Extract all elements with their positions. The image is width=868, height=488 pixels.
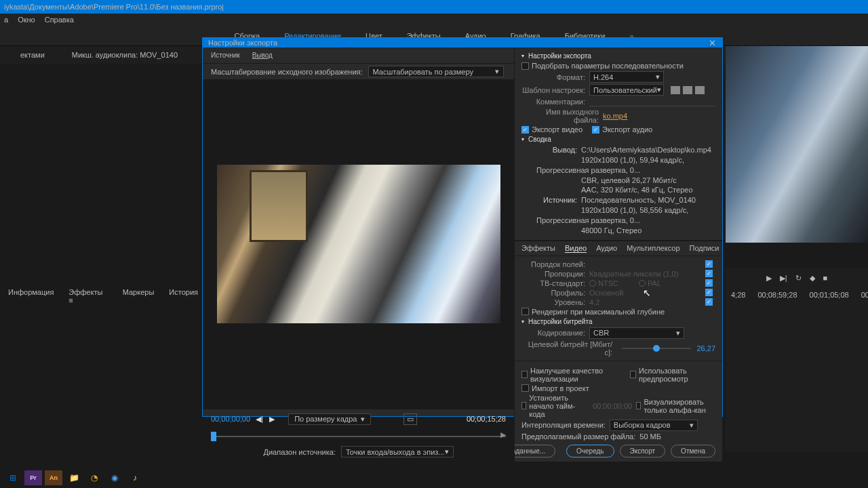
tab-output[interactable]: Вывод xyxy=(252,52,273,59)
field-order-lock[interactable] xyxy=(705,260,713,268)
pal-radio[interactable] xyxy=(639,280,646,287)
profile-lock[interactable] xyxy=(705,289,713,296)
time-interp-label: Интерполяция времени: xyxy=(521,421,606,429)
bitrate-header[interactable]: Настройки битрейта xyxy=(521,318,715,325)
use-preview-checkbox[interactable] xyxy=(630,371,636,378)
tab-markers[interactable]: Маркеры xyxy=(123,288,155,304)
best-quality-checkbox[interactable] xyxy=(521,371,528,378)
scale-dropdown[interactable]: Масштабировать по размеру▾ xyxy=(368,66,504,77)
tab-audio[interactable]: Аудио xyxy=(596,244,617,253)
ntsc-label: NTSC xyxy=(598,279,618,287)
panel-tab-mixer[interactable]: Микш. аудиоклипа: MOV_0140 xyxy=(72,51,178,59)
bitrate-slider[interactable] xyxy=(622,348,691,349)
alpha-only-checkbox[interactable] xyxy=(636,402,641,409)
music-icon[interactable]: ♪ xyxy=(126,470,144,485)
summary-source: Источник:Последовательность, MOV_0140 19… xyxy=(521,195,715,235)
set-timecode-checkbox[interactable] xyxy=(521,402,526,409)
menubar: а Окно Справка xyxy=(0,14,868,26)
play-icon[interactable]: ▶ xyxy=(269,415,277,423)
target-bitrate-label: Целевой битрейт [Мбит/с]: xyxy=(521,340,616,357)
preset-label: Шаблон настроек: xyxy=(521,86,589,94)
timecode-out[interactable]: 00;00;15;28 xyxy=(467,415,506,423)
format-dropdown[interactable]: H.264▾ xyxy=(589,71,664,83)
metadata-button[interactable]: Метаданные... xyxy=(515,445,555,458)
panel-tab[interactable]: ектами xyxy=(20,51,45,59)
range-end-handle[interactable]: ▶ xyxy=(500,430,506,439)
timeline-panel: ▶ ▶| ↻ ◆ ■ 4;2800;08;59;2800;01;05;0800;… xyxy=(726,268,868,451)
delete-preset-icon[interactable] xyxy=(695,86,705,94)
dialog-titlebar[interactable]: Настройки экспорта ✕ xyxy=(203,38,722,47)
import-project-label: Импорт в проект xyxy=(532,384,589,392)
level-value: 4.2 xyxy=(589,298,599,306)
output-filename-link[interactable]: ko.mp4 xyxy=(603,112,627,120)
max-depth-checkbox[interactable] xyxy=(521,308,529,315)
menu-help[interactable]: Справка xyxy=(45,16,74,24)
export-settings-header[interactable]: Настройки экспорта xyxy=(521,52,715,60)
taskbar: ⊞ Pr An 📁 ◔ ◉ ♪ xyxy=(0,468,868,488)
encoding-dropdown[interactable]: CBR▾ xyxy=(589,327,684,339)
best-quality-label: Наилучшее качество визуализации xyxy=(530,367,625,383)
source-range-label: Диапазон источника: xyxy=(263,448,335,456)
mouse-cursor-icon: ↖ xyxy=(643,287,651,298)
summary-header[interactable]: Сводка xyxy=(521,136,715,143)
output-preview xyxy=(203,80,514,409)
save-preset-icon[interactable] xyxy=(671,86,680,94)
aspect-value: Квадратные пиксели (1,0) xyxy=(589,270,678,278)
aspect-correction-icon[interactable]: ▭ xyxy=(403,413,417,425)
export-button[interactable]: Экспорт xyxy=(620,445,666,458)
close-icon[interactable]: ✕ xyxy=(707,38,717,47)
step-fwd-icon[interactable]: ▶| xyxy=(780,274,787,283)
premiere-icon[interactable]: Pr xyxy=(24,470,42,485)
blender-icon[interactable]: ◔ xyxy=(85,470,103,485)
menu-item[interactable]: а xyxy=(4,16,8,24)
playhead[interactable] xyxy=(211,432,216,441)
window-titlebar: iykasta\Документы\Adobe\Premiere Pro\11.… xyxy=(0,0,868,14)
export-video-checkbox[interactable] xyxy=(521,126,529,134)
menu-window[interactable]: Окно xyxy=(18,16,35,24)
lower-panel-tabs: Информация Эффекты ≡ Маркеры История xyxy=(8,288,198,304)
time-interp-dropdown[interactable]: Выборка кадров▾ xyxy=(610,420,698,431)
import-preset-icon[interactable] xyxy=(683,86,692,94)
comment-input[interactable] xyxy=(589,97,715,106)
aspect-lock[interactable] xyxy=(705,270,713,277)
animate-icon[interactable]: An xyxy=(45,470,62,485)
tab-info[interactable]: Информация xyxy=(8,288,54,304)
camera-icon[interactable]: ■ xyxy=(823,274,828,283)
level-lock[interactable] xyxy=(705,298,713,306)
tv-standard-label: ТВ-стандарт: xyxy=(521,279,589,287)
source-range-dropdown[interactable]: Точки входа/выхода в эпиз...▾ xyxy=(341,446,454,458)
est-size-label: Предполагаемый размер файла: xyxy=(521,432,635,441)
tab-fx[interactable]: Эффекты xyxy=(521,244,555,253)
marker-icon[interactable]: ◆ xyxy=(810,274,815,283)
play-icon[interactable]: ▶ xyxy=(766,274,772,283)
match-sequence-checkbox[interactable] xyxy=(521,62,529,70)
tab-source[interactable]: Источник xyxy=(211,52,240,59)
tab-effects[interactable]: Эффекты ≡ xyxy=(68,288,107,304)
tab-multiplexer[interactable]: Мультиплексор xyxy=(627,244,679,253)
tab-captions[interactable]: Подписи xyxy=(690,244,719,253)
browser-icon[interactable]: ◉ xyxy=(106,470,123,485)
preset-dropdown[interactable]: Пользовательский▾ xyxy=(589,84,664,96)
timecode-in[interactable]: 00;00;00;00 xyxy=(211,415,250,423)
cancel-button[interactable]: Отмена xyxy=(671,445,715,458)
tv-lock[interactable] xyxy=(705,279,713,287)
step-back-icon[interactable]: ◀| xyxy=(256,415,264,423)
tab-history[interactable]: История xyxy=(169,288,198,304)
aspect-label: Пропорции: xyxy=(521,270,589,278)
set-timecode-label: Установить начало тайм-кода xyxy=(529,394,589,418)
queue-button[interactable]: Очередь xyxy=(566,445,614,458)
zoom-dropdown[interactable]: По размеру кадра▾ xyxy=(288,413,371,425)
tab-video[interactable]: Видео xyxy=(565,244,587,253)
export-audio-checkbox[interactable] xyxy=(592,126,599,134)
loop-icon[interactable]: ↻ xyxy=(795,274,802,283)
timeline-ruler[interactable]: 4;2800;08;59;2800;01;05;0800;01;14;2 xyxy=(726,288,868,302)
start-icon[interactable]: ⊞ xyxy=(4,470,22,485)
scrub-bar[interactable]: ▶ xyxy=(203,429,514,443)
folder-icon[interactable]: 📁 xyxy=(65,470,83,485)
profile-label: Профиль: xyxy=(521,289,589,297)
import-project-checkbox[interactable] xyxy=(521,384,529,392)
scale-label: Масштабирование исходного изображения: xyxy=(211,68,363,76)
bitrate-value[interactable]: 26,27 xyxy=(696,344,715,352)
pal-label: PAL xyxy=(648,279,661,287)
ntsc-radio[interactable] xyxy=(589,280,596,287)
